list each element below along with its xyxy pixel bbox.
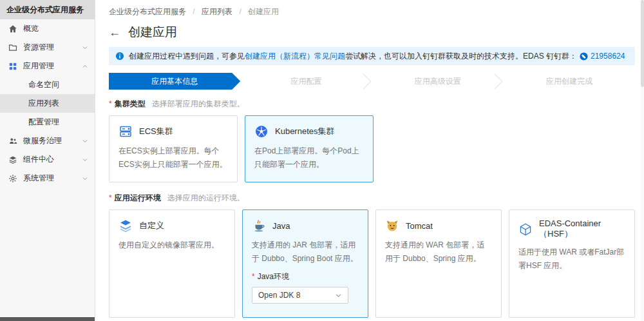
- card-title: EDAS-Container（HSF）: [539, 219, 625, 240]
- folder-icon: [8, 43, 18, 53]
- custom-image-layers-icon: [118, 219, 133, 233]
- section-label: 集群类型: [115, 99, 146, 110]
- step-label: 应用基本信息: [151, 76, 198, 87]
- gear-icon: [8, 173, 18, 184]
- cluster-type-cards: ECS集群 在ECS实例上部署应用。每个ECS实例上只能部署一个应用。 Kube…: [109, 115, 635, 182]
- sidebar-item-label: 微服务治理: [23, 135, 62, 146]
- card-description: 在Pod上部署应用。每个Pod上只能部署一个应用。: [254, 144, 364, 171]
- breadcrumb-item[interactable]: 应用列表: [202, 7, 232, 16]
- card-header: ECS集群: [118, 124, 228, 139]
- grid-icon: [8, 61, 18, 72]
- step-basic-info[interactable]: 应用基本信息: [109, 73, 240, 90]
- select-value: Open JDK 8: [258, 291, 300, 300]
- card-title: Java: [272, 221, 290, 231]
- breadcrumb-item[interactable]: 企业级分布式应用服务: [109, 7, 186, 16]
- phone-icon: [580, 52, 588, 61]
- edas-container-cube-icon: [518, 222, 533, 237]
- runtime-card-edas-container[interactable]: EDAS-Container（HSF） 适用于使用 WAR 或者FatJar部署…: [509, 209, 635, 318]
- card-description: 适用于使用 WAR 或者FatJar部署HSF 应用。: [518, 246, 625, 273]
- runtime-cards: 自定义 使用自定义的镜像部署应用。 Java 支持通用的 JAR 包部署，适用于…: [109, 209, 635, 318]
- card-title: Kubernetes集群: [275, 126, 335, 137]
- sidebar-collapse-handle[interactable]: [0, 317, 95, 321]
- sidebar-product-title: 企业级分布式应用服务: [0, 0, 95, 19]
- sidebar-item-resource-management[interactable]: 资源管理: [0, 38, 95, 57]
- ecs-server-icon: [118, 124, 133, 139]
- layers-icon: [8, 155, 18, 165]
- sidebar-item-label: 组件中心: [23, 154, 54, 165]
- scrollbar-thumb[interactable]: [641, 0, 644, 87]
- card-header: EDAS-Container（HSF）: [518, 219, 625, 240]
- step-label: 应用配置: [290, 76, 321, 87]
- page-title: 创建应用: [128, 24, 177, 41]
- vertical-scrollbar[interactable]: [641, 0, 644, 321]
- banner-text: 创建应用过程中遇到问题，可参见创建应用（新流程）常见问题尝试解决，也可以加入钉钉…: [129, 51, 577, 62]
- sidebar-item-microservice-governance[interactable]: 微服务治理: [0, 131, 95, 150]
- sidebar-item-label: 系统管理: [23, 173, 54, 184]
- card-header: Kubernetes集群: [254, 124, 364, 139]
- chevron-down-icon: [82, 44, 88, 51]
- sidebar-item-application-management[interactable]: 应用管理: [0, 57, 95, 75]
- page-header: ← 创建应用: [109, 24, 635, 41]
- card-header: Java: [252, 219, 359, 233]
- java-icon: [252, 219, 266, 233]
- required-mark: *: [252, 272, 255, 281]
- kubernetes-icon: [254, 124, 269, 139]
- chevron-down-icon: [82, 138, 88, 144]
- section-helper: 选择应用的运行环境。: [167, 193, 245, 204]
- step-advanced-settings[interactable]: 应用高级设置: [372, 73, 504, 90]
- sidebar-subitem-namespace[interactable]: 命名空间: [0, 75, 95, 94]
- step-label: 应用高级设置: [415, 76, 461, 87]
- dingtalk-group-number[interactable]: 21958624: [591, 52, 625, 61]
- card-header: 自定义: [118, 219, 225, 233]
- card-title: 自定义: [139, 220, 164, 231]
- cluster-card-kubernetes[interactable]: Kubernetes集群 在Pod上部署应用。每个Pod上只能部署一个应用。: [245, 115, 374, 182]
- sidebar-item-overview[interactable]: 概览: [0, 19, 95, 38]
- breadcrumb: 企业级分布式应用服务 / 应用列表 / 创建应用: [109, 0, 635, 17]
- card-title: Tomcat: [406, 221, 433, 231]
- required-mark: *: [109, 193, 112, 202]
- step-creation-complete[interactable]: 应用创建完成: [504, 73, 635, 90]
- java-env-select[interactable]: Open JDK 8: [252, 287, 348, 304]
- sidebar-item-label: 资源管理: [23, 42, 54, 53]
- home-icon: [8, 24, 18, 34]
- chevron-down-icon: [82, 157, 88, 163]
- chevron-down-icon: [82, 175, 88, 182]
- sidebar-subitem-config-management[interactable]: 配置管理: [0, 113, 95, 131]
- breadcrumb-separator: /: [239, 7, 241, 16]
- sidebar-item-label: 概览: [23, 23, 39, 34]
- chevron-up-icon: [82, 63, 88, 70]
- cluster-card-ecs[interactable]: ECS集群 在ECS实例上部署应用。每个ECS实例上只能部署一个应用。: [109, 115, 238, 182]
- card-header: Tomcat: [385, 219, 492, 233]
- cluster-type-section-header: * 集群类型 选择部署应用的集群类型。: [109, 99, 635, 110]
- runtime-card-java[interactable]: Java 支持通用的 JAR 包部署，适用于 Dubbo、Spring Boot…: [242, 209, 368, 318]
- card-description: 在ECS实例上部署应用。每个ECS实例上只能部署一个应用。: [118, 144, 228, 171]
- info-icon: [115, 52, 124, 61]
- tomcat-icon: [385, 219, 399, 233]
- chevron-down-icon: [335, 292, 342, 299]
- section-label: 应用运行环境: [115, 193, 161, 204]
- back-arrow-icon[interactable]: ←: [109, 26, 120, 38]
- step-label: 应用创建完成: [546, 76, 592, 87]
- card-description: 支持通用的 WAR 包部署，适用于 Dubbo、Spring 应用。: [385, 238, 492, 266]
- runtime-card-custom[interactable]: 自定义 使用自定义的镜像部署应用。: [109, 209, 235, 318]
- banner-text-before: 创建应用过程中遇到问题，可参见: [129, 52, 245, 61]
- banner-faq-link[interactable]: 创建应用（新流程）常见问题: [245, 52, 345, 61]
- field-label-text: Java环境: [258, 272, 289, 281]
- required-mark: *: [109, 99, 112, 108]
- banner-text-after: 尝试解决，也可以加入钉钉群获取及时的技术支持。EDAS 钉钉群：: [345, 52, 577, 61]
- sidebar-item-component-center[interactable]: 组件中心: [0, 150, 95, 169]
- java-env-label: *Java环境: [252, 271, 359, 282]
- people-icon: [8, 136, 18, 146]
- runtime-card-tomcat[interactable]: Tomcat 支持通用的 WAR 包部署，适用于 Dubbo、Spring 应用…: [375, 209, 502, 318]
- sidebar-item-system-management[interactable]: 系统管理: [0, 169, 95, 188]
- sidebar-subitem-application-list[interactable]: 应用列表: [0, 94, 95, 113]
- sidebar: 企业级分布式应用服务 概览 资源管理 应用管理 命名空间 应用列表 配置管理 微…: [0, 0, 95, 321]
- step-app-config[interactable]: 应用配置: [240, 73, 372, 90]
- wizard-steps: 应用基本信息 应用配置 应用高级设置 应用创建完成: [109, 73, 635, 90]
- card-title: ECS集群: [139, 126, 173, 137]
- card-description: 使用自定义的镜像部署应用。: [118, 238, 225, 252]
- card-description: 支持通用的 JAR 包部署，适用于 Dubbo、Spring Boot 应用。: [252, 238, 359, 266]
- section-helper: 选择部署应用的集群类型。: [152, 99, 245, 110]
- main-content: 企业级分布式应用服务 / 应用列表 / 创建应用 ← 创建应用 创建应用过程中遇…: [96, 0, 644, 318]
- runtime-section-header: * 应用运行环境 选择应用的运行环境。: [109, 193, 635, 204]
